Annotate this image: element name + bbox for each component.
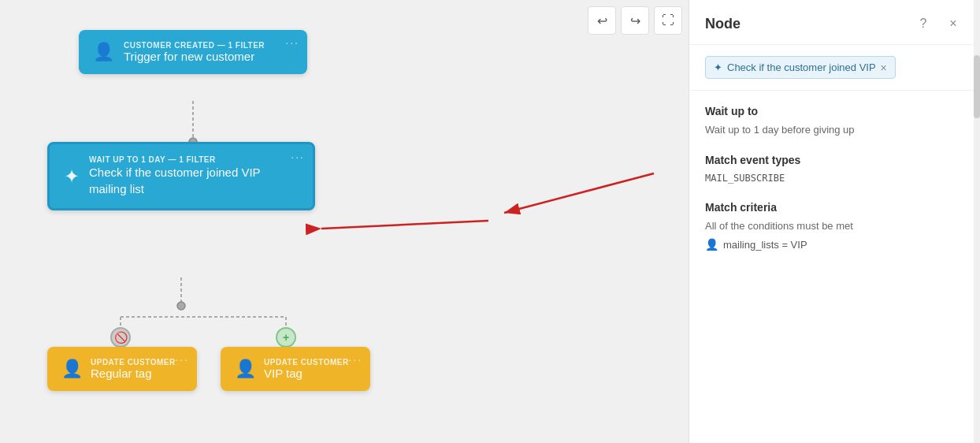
wait-filter-label: WAIT UP TO 1 DAY — 1 FILTER [89, 155, 299, 164]
svg-line-10 [504, 173, 654, 213]
update-regular-node[interactable]: 👤 UPDATE CUSTOMER Regular tag ··· [47, 347, 197, 391]
wait-up-to-value: Wait up to 1 day before giving up [705, 122, 964, 138]
criteria-person-icon: 👤 [705, 238, 718, 251]
match-criteria-section: Match criteria All of the conditions mus… [705, 201, 964, 251]
panel-content: Wait up to Wait up to 1 day before givin… [689, 91, 980, 443]
node-tag[interactable]: ✦ Check if the customer joined VIP × [705, 56, 896, 79]
trigger-filter-label: CUSTOMER CREATED — 1 FILTER [124, 41, 265, 50]
panel-title: Node [705, 16, 741, 32]
branch-no-icon: 🚫 [114, 331, 128, 344]
panel-tag-row: ✦ Check if the customer joined VIP × [689, 45, 980, 91]
wait-node[interactable]: ✦ WAIT UP TO 1 DAY — 1 FILTER Check if t… [47, 142, 315, 210]
help-button[interactable]: ? [912, 13, 934, 35]
branch-yes-icon: + [283, 331, 289, 344]
update-vip-node[interactable]: 👤 UPDATE CUSTOMER VIP tag ··· [221, 347, 370, 391]
trigger-icon: 👤 [93, 42, 114, 62]
match-criteria-sub: All of the conditions must be met [705, 218, 964, 234]
update-regular-icon: 👤 [61, 359, 83, 379]
trigger-node-content: CUSTOMER CREATED — 1 FILTER Trigger for … [124, 41, 265, 63]
redo-icon: ↪ [630, 13, 640, 28]
wait-up-to-title: Wait up to [705, 105, 964, 117]
tag-label: Check if the customer joined VIP [727, 61, 876, 73]
svg-line-9 [321, 221, 488, 229]
update-vip-content: UPDATE CUSTOMER VIP tag [264, 358, 349, 380]
node-panel: Node ? × ✦ Check if the customer joined … [689, 0, 980, 443]
svg-point-6 [177, 302, 185, 310]
trigger-menu[interactable]: ··· [285, 36, 299, 49]
tag-close-button[interactable]: × [881, 62, 887, 73]
update-regular-filter-label: UPDATE CUSTOMER [91, 358, 176, 367]
match-event-types-section: Match event types MAIL_SUBSCRIBE [705, 154, 964, 185]
update-regular-content: UPDATE CUSTOMER Regular tag [91, 358, 176, 380]
criteria-item: 👤 mailing_lists = VIP [705, 238, 964, 251]
wait-main-label: Check if the customer joined VIP mailing… [89, 164, 299, 197]
scrollbar-track [974, 0, 980, 443]
update-regular-main-label: Regular tag [91, 367, 176, 380]
undo-button[interactable]: ↩ [588, 6, 616, 35]
help-icon: ? [920, 17, 927, 31]
update-vip-icon: 👤 [235, 359, 256, 379]
wait-node-content: WAIT UP TO 1 DAY — 1 FILTER Check if the… [89, 155, 299, 197]
fullscreen-icon: ⛶ [662, 13, 674, 28]
tag-sparkle-icon: ✦ [714, 61, 722, 73]
update-vip-menu[interactable]: ··· [348, 353, 362, 366]
match-event-types-value: MAIL_SUBSCRIBE [705, 171, 964, 185]
undo-icon: ↩ [597, 13, 607, 28]
canvas-toolbar: ↩ ↪ ⛶ [588, 6, 682, 35]
update-vip-filter-label: UPDATE CUSTOMER [264, 358, 349, 367]
close-button[interactable]: × [942, 13, 964, 35]
wait-menu[interactable]: ··· [291, 151, 305, 163]
match-criteria-title: Match criteria [705, 201, 964, 214]
wait-up-to-section: Wait up to Wait up to 1 day before givin… [705, 105, 964, 138]
redo-button[interactable]: ↪ [621, 6, 649, 35]
trigger-main-label: Trigger for new customer [124, 50, 265, 63]
match-event-types-title: Match event types [705, 154, 964, 166]
flow-canvas: ↩ ↪ ⛶ 👤 CUSTOMER CREATED — 1 FILTER Trig… [0, 0, 689, 443]
panel-header-icons: ? × [912, 13, 964, 35]
branch-no-circle[interactable]: 🚫 [110, 327, 131, 348]
trigger-node[interactable]: 👤 CUSTOMER CREATED — 1 FILTER Trigger fo… [79, 30, 307, 74]
fullscreen-button[interactable]: ⛶ [654, 6, 682, 35]
scrollbar-thumb[interactable] [974, 55, 980, 118]
update-vip-main-label: VIP tag [264, 367, 349, 380]
criteria-value: mailing_lists = VIP [723, 239, 807, 251]
branch-yes-circle[interactable]: + [276, 327, 296, 348]
update-regular-menu[interactable]: ··· [175, 353, 189, 366]
close-icon: × [949, 17, 956, 31]
wait-icon: ✦ [64, 166, 80, 188]
panel-header: Node ? × [689, 0, 980, 45]
